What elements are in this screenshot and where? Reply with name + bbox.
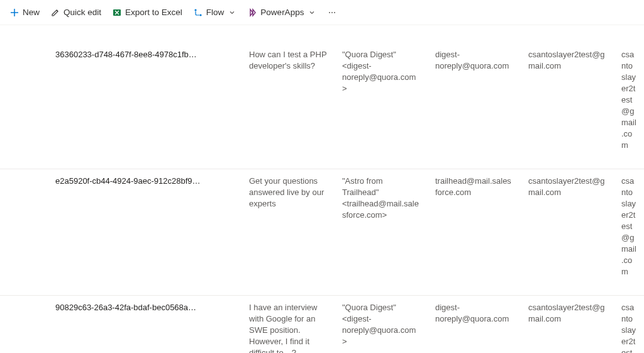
cell-replyto: trailhead@mail.salesforce.com	[428, 169, 521, 295]
cell-to: csantoslayer2test@gmail.com	[521, 169, 614, 295]
cell-id[interactable]: e2a5920f-cb44-4924-9aec-912c28bf9…	[48, 169, 242, 295]
cell-replyto: digest-noreply@quora.com	[428, 296, 521, 353]
export-excel-button[interactable]: Export to Excel	[108, 3, 187, 23]
row-selector[interactable]	[0, 169, 21, 295]
cell-id[interactable]: 36360233-d748-467f-8ee8-4978c1fb…	[48, 43, 242, 169]
more-button[interactable]	[323, 3, 341, 23]
row-selector[interactable]	[0, 43, 21, 169]
flow-button[interactable]: Flow	[189, 3, 242, 23]
pencil-icon	[51, 8, 60, 17]
powerapps-icon	[248, 8, 257, 17]
list-items: 36360233-d748-467f-8ee8-4978c1fb… How ca…	[0, 25, 644, 353]
cell-from: "Quora Digest" <digest-noreply@quora.com…	[335, 43, 428, 169]
cell-to: csantoslayer2test@gmail.com	[521, 43, 614, 169]
row-selector[interactable]	[0, 296, 21, 353]
powerapps-button[interactable]: PowerApps	[243, 3, 321, 23]
cell-last: csantoslayer2test@gmail.com	[614, 43, 644, 169]
quick-edit-button[interactable]: Quick edit	[46, 3, 106, 23]
excel-icon	[113, 8, 121, 17]
table-row[interactable]: 90829c63-26a3-42fa-bdaf-bec0568a… I have…	[0, 296, 644, 353]
svg-point-6	[331, 12, 333, 13]
cell-subject: Get your questions answered live by our …	[242, 169, 335, 295]
flow-icon	[194, 8, 203, 17]
plus-icon	[10, 8, 19, 17]
quick-edit-label: Quick edit	[64, 8, 101, 17]
cell-from: "Quora Digest" <digest-noreply@quora.com…	[335, 296, 428, 353]
cell-replyto: digest-noreply@quora.com	[428, 43, 521, 169]
new-button[interactable]: New	[5, 3, 45, 23]
flow-label: Flow	[206, 8, 225, 17]
svg-point-5	[329, 12, 330, 13]
table-row[interactable]: 36360233-d748-467f-8ee8-4978c1fb… How ca…	[0, 43, 644, 169]
new-label: New	[23, 8, 40, 17]
table-row[interactable]: e2a5920f-cb44-4924-9aec-912c28bf9… Get y…	[0, 169, 644, 296]
command-bar: New Quick edit Export to Excel Flow Powe…	[0, 0, 644, 25]
svg-point-7	[334, 12, 335, 13]
row-type-icon-placeholder	[21, 169, 48, 295]
row-type-icon-placeholder	[21, 296, 48, 353]
cell-id[interactable]: 90829c63-26a3-42fa-bdaf-bec0568a…	[48, 296, 242, 353]
cell-last: csantoslayer2test@gmail.com	[614, 296, 644, 353]
cell-subject: How can I test a PHP developer's skills?	[242, 43, 335, 169]
chevron-down-icon	[308, 8, 316, 17]
svg-point-4	[199, 14, 201, 16]
cell-last: csantoslayer2test@gmail.com	[614, 169, 644, 295]
powerapps-label: PowerApps	[260, 8, 304, 17]
cell-to: csantoslayer2test@gmail.com	[521, 296, 614, 353]
svg-point-3	[194, 9, 196, 11]
ellipsis-icon	[328, 8, 336, 17]
cell-from: "Astro from Trailhead" <trailhead@mail.s…	[335, 169, 428, 295]
cell-subject: I have an interview with Google for an S…	[242, 296, 335, 353]
row-type-icon-placeholder	[21, 43, 48, 169]
chevron-down-icon	[228, 8, 236, 17]
export-excel-label: Export to Excel	[125, 8, 182, 17]
